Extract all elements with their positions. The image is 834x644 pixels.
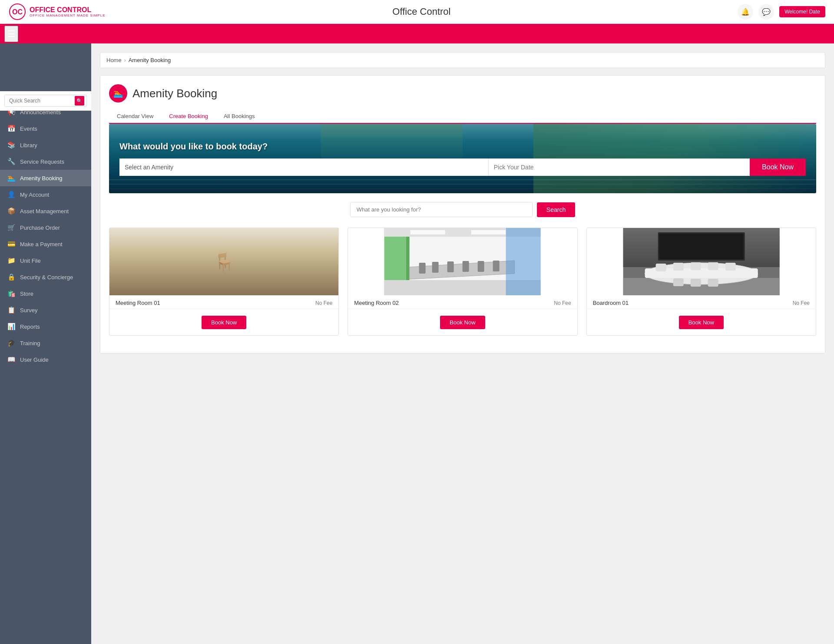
purchase-order-icon: 🛒 [7, 224, 16, 231]
top-header: OC OFFICE CONTROL OFFICE MANAGEMENT MADE… [0, 0, 834, 24]
svg-rect-30 [493, 261, 500, 271]
svg-rect-42 [708, 262, 718, 270]
svg-rect-44 [673, 278, 683, 286]
svg-rect-43 [725, 263, 735, 271]
sidebar-item-amenity-booking[interactable]: 🏊 Amenity Booking [0, 170, 91, 186]
amenity-search-input[interactable] [350, 202, 533, 217]
asset-management-icon: 📦 [7, 207, 16, 215]
amenity-search-button[interactable]: Search [537, 202, 575, 217]
card-body-boardroom-01: Book Now [587, 309, 816, 335]
logo: OC OFFICE CONTROL OFFICE MANAGEMENT MADE… [9, 3, 106, 20]
sidebar-item-events[interactable]: 📅 Events [0, 120, 91, 137]
card-name-meeting-room-01: Meeting Room 01 [116, 300, 160, 306]
svg-rect-9 [202, 260, 212, 267]
sidebar-label-events: Events [20, 125, 37, 132]
svg-rect-10 [218, 259, 227, 266]
security-icon: 🔒 [7, 273, 16, 281]
sidebar-label-reports: Reports [20, 324, 40, 330]
svg-rect-39 [655, 264, 666, 271]
hamburger-menu[interactable]: ☰ [4, 26, 18, 42]
page-header-icon: 🏊 [109, 84, 127, 102]
sidebar-item-asset-management[interactable]: 📦 Asset Management [0, 203, 91, 219]
sidebar-item-my-account[interactable]: 👤 My Account [0, 186, 91, 203]
sidebar-label-service-requests: Service Requests [20, 159, 64, 165]
service-requests-icon: 🔧 [7, 158, 16, 165]
book-now-boardroom-01[interactable]: Book Now [679, 316, 724, 329]
sidebar-nav: 🏠 Home 📢 Announcements 📅 Events 📚 Librar… [0, 87, 91, 368]
notifications-button[interactable]: 🔔 [738, 4, 753, 20]
logo-name: OFFICE CONTROL [30, 6, 106, 14]
svg-rect-12 [248, 261, 258, 268]
logo-icon: OC [9, 3, 26, 20]
svg-rect-31 [506, 228, 541, 295]
svg-rect-11 [233, 260, 242, 267]
breadcrumb: Home › Amenity Booking [100, 52, 825, 68]
svg-rect-8 [187, 261, 197, 268]
app-title: Office Control [392, 6, 450, 17]
page-title: Amenity Booking [132, 87, 217, 100]
page-header: 🏊 Amenity Booking [109, 84, 816, 102]
card-name-meeting-room-02: Meeting Room 02 [354, 300, 399, 306]
sidebar-item-purchase-order[interactable]: 🛒 Purchase Order [0, 219, 91, 236]
svg-rect-5 [146, 271, 302, 295]
sidebar-item-make-payment[interactable]: 💳 Make a Payment [0, 236, 91, 252]
svg-rect-35 [659, 234, 743, 259]
card-info-boardroom-01: Boardroom 01 No Fee [587, 295, 816, 309]
sidebar-item-training[interactable]: 🎓 Training [0, 335, 91, 351]
card-image-meeting-room-02 [348, 228, 577, 295]
tab-all-bookings[interactable]: All Bookings [216, 109, 263, 124]
svg-rect-22 [471, 230, 506, 234]
search-bar: Search [109, 202, 816, 217]
svg-rect-14 [207, 275, 216, 282]
card-name-boardroom-01: Boardroom 01 [593, 300, 629, 306]
svg-rect-28 [463, 261, 469, 272]
card-fee-boardroom-01: No Fee [793, 300, 810, 306]
svg-rect-46 [708, 279, 718, 287]
main-content: Home › Amenity Booking 🏊 Amenity Booking… [91, 43, 834, 644]
breadcrumb-current: Amenity Booking [129, 57, 171, 63]
svg-rect-13 [189, 274, 199, 281]
book-now-hero-button[interactable]: Book Now [750, 159, 806, 176]
survey-icon: 📋 [7, 306, 16, 314]
svg-point-6 [176, 260, 272, 279]
tab-calendar-view[interactable]: Calendar View [109, 109, 161, 124]
date-picker-input[interactable] [489, 159, 750, 176]
breadcrumb-home[interactable]: Home [106, 57, 122, 63]
sidebar-item-store[interactable]: 🛍️ Store [0, 285, 91, 302]
sidebar-label-asset-management: Asset Management [20, 208, 69, 215]
sidebar-item-user-guide[interactable]: 📖 User Guide [0, 351, 91, 368]
chat-button[interactable]: 💬 [758, 4, 774, 20]
tab-create-booking[interactable]: Create Booking [161, 109, 216, 124]
sidebar-label-my-account: My Account [20, 192, 49, 198]
welcome-button[interactable]: Welcome! Date [779, 6, 825, 17]
sidebar-label-unit-file: Unit File [20, 258, 41, 264]
quick-search-button[interactable]: 🔍 [75, 96, 84, 106]
pink-navbar: ☰ [0, 24, 834, 43]
quick-search-wrap: 🔍 [0, 91, 91, 111]
sidebar-label-library: Library [20, 142, 37, 149]
unit-file-icon: 📁 [7, 257, 16, 264]
svg-rect-41 [690, 262, 701, 270]
amenity-card-boardroom-01: Boardroom 01 No Fee Book Now [586, 228, 816, 336]
sidebar-item-security-concierge[interactable]: 🔒 Security & Concierge [0, 269, 91, 285]
book-now-meeting-room-02[interactable]: Book Now [440, 316, 485, 329]
amenity-booking-icon: 🏊 [7, 174, 16, 182]
logo-tagline: OFFICE MANAGEMENT MADE SIMPLE [30, 13, 106, 17]
sidebar-item-service-requests[interactable]: 🔧 Service Requests [0, 153, 91, 170]
store-icon: 🛍️ [7, 290, 16, 297]
sidebar-item-unit-file[interactable]: 📁 Unit File [0, 252, 91, 269]
card-image-meeting-room-01 [109, 228, 338, 295]
sidebar-item-survey[interactable]: 📋 Survey [0, 302, 91, 318]
header-actions: 🔔 💬 Welcome! Date [738, 4, 825, 20]
card-fee-meeting-room-02: No Fee [554, 300, 571, 306]
svg-rect-3 [255, 232, 294, 267]
sidebar-item-reports[interactable]: 📊 Reports [0, 318, 91, 335]
book-now-meeting-room-01[interactable]: Book Now [202, 316, 246, 329]
amenity-select[interactable]: Select an Amenity Meeting Room 01 Meetin… [119, 159, 489, 176]
card-info-meeting-room-02: Meeting Room 02 No Fee [348, 295, 577, 309]
sidebar-label-store: Store [20, 291, 33, 297]
hero-controls: Select an Amenity Meeting Room 01 Meetin… [119, 159, 806, 176]
sidebar-item-library[interactable]: 📚 Library [0, 137, 91, 153]
card-body-meeting-room-01: Book Now [109, 309, 338, 335]
training-icon: 🎓 [7, 339, 16, 347]
